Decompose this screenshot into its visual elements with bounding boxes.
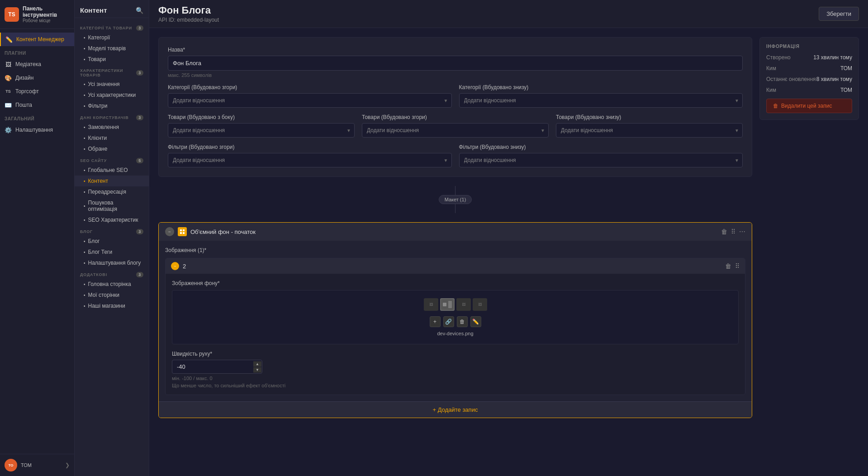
add-record-label: + Додайте запис bbox=[433, 406, 478, 413]
search-icon[interactable]: 🔍 bbox=[136, 7, 143, 14]
layout-block-content: Зображення (1)* − 2 🗑 ⠿ Зоб bbox=[159, 241, 752, 401]
sidebar-item-media[interactable]: 🖼 Медіатека bbox=[0, 57, 74, 71]
info-updated-row: Останнє оновлення 8 хвилин тому bbox=[766, 76, 852, 82]
cp-item-favorites[interactable]: Обране bbox=[75, 143, 149, 154]
delete-image-icon[interactable]: 🗑 bbox=[725, 262, 731, 270]
more-icon[interactable]: ⋯ bbox=[739, 228, 745, 235]
cat-below-label: Категорії (Вбудовано знизу) bbox=[459, 84, 743, 90]
drag-image-icon[interactable]: ⠿ bbox=[735, 262, 740, 270]
content-manager-icon: ✏️ bbox=[5, 36, 13, 43]
image-item-toggle[interactable]: − bbox=[171, 262, 179, 270]
info-section-label: ІНФОРМАЦІЯ bbox=[766, 44, 852, 49]
cp-item-clients[interactable]: Клієнти bbox=[75, 133, 149, 143]
thumb-4: 🖼 bbox=[473, 298, 487, 311]
torgsoftware-icon: TS bbox=[5, 88, 12, 95]
sidebar-item-design[interactable]: 🎨 Дизайн bbox=[0, 71, 74, 85]
svg-rect-2 bbox=[180, 232, 182, 234]
edit-image-btn[interactable]: ✏️ bbox=[470, 316, 481, 327]
info-updated-label: Останнє оновлення bbox=[766, 76, 816, 82]
delete-button[interactable]: 🗑 Видалити цей запис bbox=[766, 99, 852, 113]
cp-item-blog-settings[interactable]: Налаштування блогу bbox=[75, 257, 149, 268]
cp-item-all-chars[interactable]: Усі характеристики bbox=[75, 90, 149, 100]
prod-below-label: Товари (Вбудовано знизу) bbox=[556, 114, 743, 120]
app-title: Панель інструментів bbox=[23, 5, 70, 18]
link-image-btn[interactable]: 🔗 bbox=[443, 316, 454, 327]
info-card: ІНФОРМАЦІЯ Створено 13 хвилин тому Ким Т… bbox=[759, 37, 859, 120]
sidebar-footer: ТО ТОМ ❯ bbox=[0, 454, 74, 476]
info-panel: ІНФОРМАЦІЯ Створено 13 хвилин тому Ким Т… bbox=[759, 37, 859, 467]
filters-below-select[interactable]: Додати відносшення bbox=[459, 153, 743, 167]
content-panel: Контент 🔍 КАТЕГОРІЇ ТА ТОВАРИ 3 Категорі… bbox=[75, 0, 149, 476]
cp-item-filters[interactable]: Фільтри bbox=[75, 100, 149, 111]
sidebar-item-label: Контент Менеджер bbox=[16, 36, 64, 43]
info-updated-value: 8 хвилин тому bbox=[816, 76, 852, 82]
image-item-num: 2 bbox=[183, 263, 721, 270]
cat-above-select[interactable]: Додати відносшення bbox=[168, 93, 452, 108]
delete-button-label: Видалити цей запис bbox=[781, 103, 832, 109]
prod-side-select[interactable]: Додати відносшення bbox=[168, 123, 355, 138]
svg-rect-5 bbox=[443, 303, 446, 306]
cp-item-products[interactable]: Товари bbox=[75, 54, 149, 65]
cp-item-our-stores[interactable]: Наші магазини bbox=[75, 300, 149, 311]
cp-item-my-pages[interactable]: Мої сторінки bbox=[75, 290, 149, 300]
image-filename: dev-devices.png bbox=[437, 331, 473, 336]
cp-item-global-seo[interactable]: Глобальне SEO bbox=[75, 165, 149, 176]
layout-block: − Об'ємний фон - початок 🗑 ⠿ ⋯ Зображенн… bbox=[158, 222, 752, 418]
layout-connector: Макет (1) bbox=[158, 186, 752, 213]
speed-down-btn[interactable]: ▼ bbox=[253, 367, 261, 372]
cp-item-seo-characteristics[interactable]: SEO Характеристик bbox=[75, 214, 149, 225]
svg-rect-1 bbox=[183, 229, 185, 231]
layout-block-toggle[interactable]: − bbox=[165, 227, 174, 236]
sidebar-item-torgsoftware[interactable]: TS Торгсофт bbox=[0, 85, 74, 98]
sidebar-header: TS Панель інструментів Робоче місце bbox=[0, 0, 74, 29]
speed-hint: мін. -100 / макс. 0 bbox=[172, 376, 739, 381]
prod-above-select[interactable]: Додати відносшення bbox=[362, 123, 549, 138]
speed-input[interactable] bbox=[172, 360, 262, 374]
cp-section-blog: БЛОГ 3 bbox=[75, 225, 149, 236]
cp-section-characteristics: ХАРАКТЕРИСТИКИ ТОВАРІВ 3 bbox=[75, 65, 149, 79]
add-image-btn[interactable]: + bbox=[430, 316, 441, 327]
save-button[interactable]: Зберегти bbox=[819, 7, 859, 21]
design-icon: 🎨 bbox=[5, 74, 12, 81]
cp-item-redirects[interactable]: Переадресація bbox=[75, 186, 149, 197]
cp-item-blog-tags[interactable]: Блог Теги bbox=[75, 247, 149, 257]
content-area: Назва* макс. 255 символів Категорії (Вбу… bbox=[149, 28, 868, 476]
cp-item-seo-optimization[interactable]: Пошукова оптимізація bbox=[75, 197, 149, 214]
prod-below-select[interactable]: Додати відносшення bbox=[556, 123, 743, 138]
content-panel-title: Контент bbox=[80, 6, 107, 14]
sidebar-item-label: Дизайн bbox=[15, 75, 33, 81]
image-upload-area[interactable]: 🖼 🖼 🖼 + 🔗 🗑 bbox=[172, 290, 739, 344]
sidebar-item-label: Торгсофт bbox=[15, 88, 39, 95]
info-updated-by-label: Ким bbox=[766, 87, 776, 93]
grid-icon[interactable]: ⠿ bbox=[731, 228, 735, 235]
sidebar-item-settings[interactable]: ⚙️ Налаштування bbox=[0, 123, 74, 137]
speed-input-wrap: ▲ ▼ bbox=[172, 360, 262, 374]
speed-up-btn[interactable]: ▲ bbox=[253, 361, 261, 367]
layout-block-header: − Об'ємний фон - початок 🗑 ⠿ ⋯ bbox=[159, 223, 752, 241]
remove-image-btn[interactable]: 🗑 bbox=[457, 316, 468, 327]
sidebar-item-mail[interactable]: ✉️ Пошта bbox=[0, 98, 74, 112]
cat-below-select[interactable]: Додати відносшення bbox=[459, 93, 743, 108]
delete-block-icon[interactable]: 🗑 bbox=[721, 228, 727, 235]
info-created-by-label: Ким bbox=[766, 65, 776, 71]
cp-item-categories[interactable]: Категорії bbox=[75, 32, 149, 43]
name-input[interactable] bbox=[168, 56, 743, 71]
main-content: Назва* макс. 255 символів Категорії (Вбу… bbox=[158, 37, 752, 467]
cp-item-content[interactable]: Контент bbox=[75, 176, 149, 186]
add-record-bar[interactable]: + Додайте запис bbox=[159, 401, 752, 418]
cp-item-blog[interactable]: Блог bbox=[75, 236, 149, 247]
cp-item-all-values[interactable]: Усі значення bbox=[75, 79, 149, 90]
info-created-by-row: Ким ТОМ bbox=[766, 65, 852, 71]
main-area: Фон Блога API ID: embedded-layout Зберег… bbox=[149, 0, 868, 476]
image-item-header: − 2 🗑 ⠿ bbox=[166, 258, 745, 274]
filters-above-select[interactable]: Додати відносшення bbox=[168, 153, 452, 167]
image-item-actions: 🗑 ⠿ bbox=[725, 262, 740, 270]
page-title: Фон Блога bbox=[158, 5, 219, 16]
media-icon: 🖼 bbox=[5, 61, 12, 68]
image-item-body: Зображення фону* 🖼 🖼 🖼 bbox=[166, 274, 745, 395]
cp-item-orders[interactable]: Замовлення bbox=[75, 122, 149, 133]
cp-item-product-models[interactable]: Моделі товарів bbox=[75, 43, 149, 54]
svg-rect-0 bbox=[180, 229, 182, 231]
cp-item-homepage[interactable]: Головна сторінка bbox=[75, 279, 149, 290]
sidebar-item-content-manager[interactable]: ✏️ Контент Менеджер bbox=[0, 33, 74, 46]
